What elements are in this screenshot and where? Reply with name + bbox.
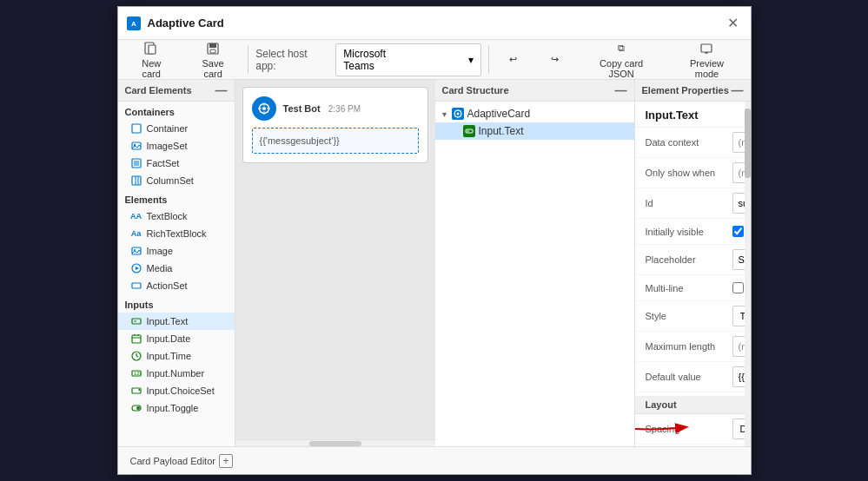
richtextblock-icon: Aa: [130, 227, 142, 240]
main-content: Card Elements — Containers Container Ima…: [118, 80, 751, 446]
prop-checkbox-multi-line[interactable]: [732, 282, 744, 293]
svg-line-33: [136, 356, 138, 357]
imageset-icon: [130, 140, 142, 152]
inputs-section-title: Inputs: [118, 294, 235, 313]
new-card-button[interactable]: New card: [125, 37, 178, 82]
preview-mode-button[interactable]: Preview mode: [670, 37, 743, 82]
tree-item-adaptivecard[interactable]: ▾ AdaptiveCard: [435, 105, 634, 122]
prop-label-spacing: Spacing: [646, 424, 732, 434]
svg-point-40: [456, 113, 459, 115]
actionset-icon: [130, 280, 142, 292]
bottom-bar: Card Payload Editor +: [118, 446, 751, 474]
properties-content: Input.Text Data context … Only show when…: [635, 102, 751, 446]
prop-checkbox-initially-visible[interactable]: [732, 226, 744, 237]
prop-label-id: Id: [646, 198, 732, 208]
redo-button[interactable]: ↪: [538, 49, 573, 71]
new-card-icon: [143, 41, 159, 56]
prop-label-initially-visible: Initially visible: [646, 227, 732, 237]
prop-label-multi-line: Multi-line: [646, 283, 732, 293]
copy-json-button[interactable]: ⧉ Copy card JSON: [580, 37, 664, 82]
prop-row-only-show-when: Only show when …: [635, 158, 751, 188]
prop-label-style: Style: [646, 311, 732, 321]
svg-rect-17: [132, 176, 141, 185]
adaptive-card-window: A Adaptive Card ✕ New card Save card Sel…: [117, 6, 752, 475]
element-item-imageset[interactable]: ImageSet: [118, 137, 235, 155]
adaptive-card-tree-label: AdaptiveCard: [467, 108, 531, 120]
input-text-preview[interactable]: {{'messgesubject'}}: [252, 128, 419, 154]
svg-point-38: [136, 406, 140, 410]
svg-rect-24: [132, 283, 141, 288]
element-item-input-text[interactable]: Input.Text: [118, 313, 235, 330]
canvas-scroll[interactable]: [235, 439, 435, 446]
prop-row-style: Style Text Tel Url Email: [635, 301, 751, 332]
title-bar-left: A Adaptive Card: [127, 16, 224, 30]
image-icon: [130, 245, 142, 257]
element-properties-collapse-btn[interactable]: —: [732, 84, 744, 96]
svg-rect-6: [210, 49, 215, 53]
bot-name: Test Bot: [283, 103, 321, 114]
adaptivecard-tree-icon: [452, 108, 464, 120]
element-item-factset[interactable]: FactSet: [118, 155, 235, 172]
title-bar: A Adaptive Card ✕: [118, 7, 751, 40]
element-item-richtextblock[interactable]: Aa RichTextBlock: [118, 225, 235, 242]
prop-value-initially-visible: [732, 226, 744, 237]
properties-scrollbar[interactable]: [745, 102, 751, 446]
element-item-input-date[interactable]: Input.Date: [118, 330, 235, 347]
bot-avatar: [252, 96, 276, 121]
columnset-icon: [130, 175, 142, 187]
input-date-icon: [130, 333, 142, 345]
element-item-image[interactable]: Image: [118, 242, 235, 260]
save-card-button[interactable]: Save card: [185, 37, 241, 82]
input-text-tree-label: Input.Text: [479, 125, 524, 137]
prop-row-default-value: Default value: [635, 362, 751, 392]
host-app-select[interactable]: Microsoft Teams ▾: [335, 43, 481, 76]
prop-row-separator: Separator: [635, 445, 751, 446]
card-structure-header: Card Structure —: [435, 80, 634, 102]
canvas-scroll-thumb: [309, 441, 361, 446]
element-properties-panel: Element Properties — Input.Text Data con…: [635, 80, 751, 446]
element-properties-title: Element Properties: [642, 85, 729, 96]
app-icon: A: [127, 16, 141, 30]
svg-text:123: 123: [134, 371, 142, 376]
svg-point-39: [262, 107, 266, 110]
toolbar-sep-1: [248, 46, 248, 74]
container-icon: [130, 122, 142, 135]
window-title: Adaptive Card: [148, 16, 224, 30]
element-item-input-time[interactable]: Input.Time: [118, 347, 235, 365]
element-item-container[interactable]: Container: [118, 120, 235, 137]
add-tab-btn[interactable]: +: [219, 454, 233, 468]
host-app-value: Microsoft Teams: [343, 48, 416, 72]
containers-section-title: Containers: [118, 102, 235, 120]
svg-rect-27: [132, 335, 141, 343]
undo-icon: ↩: [506, 52, 521, 68]
media-icon: [130, 262, 142, 274]
prop-label-data-context: Data context: [646, 137, 732, 148]
element-item-textblock[interactable]: AA TextBlock: [118, 208, 235, 225]
card-payload-label: Card Payload Editor: [130, 456, 215, 466]
close-button[interactable]: ✕: [724, 15, 742, 31]
element-item-media[interactable]: Media: [118, 260, 235, 277]
tree-item-input-text[interactable]: Input.Text: [435, 122, 634, 140]
element-item-columnset[interactable]: ColumnSet: [118, 172, 235, 189]
element-item-input-toggle[interactable]: Input.Toggle: [118, 399, 235, 417]
input-text-icon: [130, 315, 142, 327]
element-item-input-choiceset[interactable]: Input.ChoiceSet: [118, 382, 235, 399]
prop-label-placeholder: Placeholder: [646, 254, 732, 265]
preview-mode-label: Preview mode: [677, 58, 736, 79]
element-item-input-number[interactable]: 123 Input.Number: [118, 365, 235, 382]
input-number-icon: 123: [130, 367, 142, 379]
card-elements-collapse-btn[interactable]: —: [215, 84, 228, 96]
prop-row-placeholder: Placeholder: [635, 245, 751, 275]
host-app-label: Select host app:: [255, 48, 328, 72]
card-structure-title: Card Structure: [442, 85, 509, 96]
save-card-icon: [205, 41, 221, 56]
element-item-actionset[interactable]: ActionSet: [118, 277, 235, 294]
toolbar: New card Save card Select host app: Micr…: [118, 40, 751, 80]
bot-time: 2:36 PM: [328, 104, 361, 114]
card-payload-editor-tab[interactable]: Card Payload Editor +: [125, 452, 238, 470]
input-placeholder-text: {{'messgesubject'}}: [260, 135, 340, 146]
undo-button[interactable]: ↩: [496, 49, 531, 71]
element-properties-header: Element Properties —: [635, 80, 751, 102]
copy-json-label: Copy card JSON: [586, 58, 657, 79]
card-structure-collapse-btn[interactable]: —: [615, 84, 627, 96]
